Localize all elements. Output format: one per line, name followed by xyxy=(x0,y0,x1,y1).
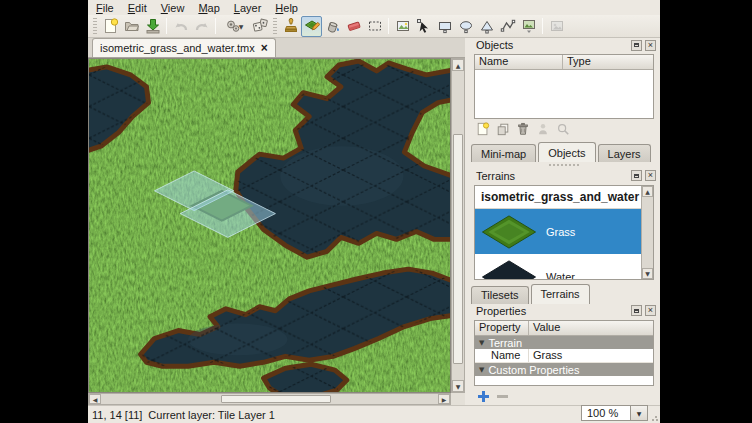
name-property-row[interactable]: Name Grass xyxy=(475,349,653,363)
tab-mini-map[interactable]: Mini-map xyxy=(471,144,536,162)
new-object-button[interactable] xyxy=(474,121,491,138)
toolbar-separator xyxy=(388,18,389,34)
float-dock-button[interactable] xyxy=(631,305,642,316)
insert-polyline-button[interactable] xyxy=(497,16,518,37)
image-tool-button[interactable] xyxy=(546,16,567,37)
insert-rectangle-button[interactable] xyxy=(434,16,455,37)
scroll-left-icon[interactable]: ◀ xyxy=(89,394,101,404)
map-canvas[interactable] xyxy=(88,58,451,393)
zoom-dropdown-button[interactable]: ▼ xyxy=(631,405,648,421)
collapse-icon[interactable]: ▼ xyxy=(479,366,484,374)
tab-terrains[interactable]: Terrains xyxy=(531,284,590,304)
stamp-icon xyxy=(283,18,299,34)
scroll-down-icon[interactable]: ▼ xyxy=(452,380,464,392)
float-dock-button[interactable] xyxy=(631,170,642,181)
close-dock-button[interactable]: × xyxy=(645,305,656,316)
tab-objects[interactable]: Objects xyxy=(538,142,595,162)
edit-polygons-button[interactable] xyxy=(413,16,434,37)
tileset-dock-tabs: Tilesets Terrains xyxy=(468,283,660,304)
toolbar-separator xyxy=(542,18,543,34)
select-objects-button[interactable] xyxy=(392,16,413,37)
terrain-item-water[interactable]: Water xyxy=(475,254,653,279)
duplicate-object-button[interactable] xyxy=(494,121,511,138)
objects-column-name[interactable]: Name xyxy=(475,55,563,69)
bucket-fill-button[interactable] xyxy=(322,16,343,37)
eraser-button[interactable] xyxy=(343,16,364,37)
scroll-up-icon[interactable]: ▲ xyxy=(452,59,464,71)
close-dock-button[interactable]: × xyxy=(645,40,656,51)
add-property-button[interactable] xyxy=(478,391,489,402)
float-icon xyxy=(634,174,639,178)
new-map-button[interactable] xyxy=(100,16,121,37)
stamp-brush-button[interactable] xyxy=(280,16,301,37)
person-icon xyxy=(536,122,550,136)
float-dock-button[interactable] xyxy=(631,40,642,51)
objects-dock-titlebar[interactable]: Objects × xyxy=(468,38,660,53)
zoom-value-field[interactable]: 100 % xyxy=(581,405,631,421)
insert-ellipse-button[interactable] xyxy=(455,16,476,37)
tab-layers[interactable]: Layers xyxy=(598,144,651,162)
property-column[interactable]: Property xyxy=(475,321,529,335)
inspect-object-button[interactable] xyxy=(554,121,571,138)
float-icon xyxy=(634,43,639,47)
menu-help[interactable]: Help xyxy=(275,2,298,14)
menu-file[interactable]: File xyxy=(96,2,114,14)
scroll-up-icon[interactable]: ▲ xyxy=(642,186,653,197)
save-icon xyxy=(145,18,161,34)
close-tab-icon[interactable]: × xyxy=(261,43,268,53)
redo-button[interactable] xyxy=(191,16,212,37)
collapse-icon[interactable]: ▼ xyxy=(479,339,484,347)
dice-icon xyxy=(252,18,268,34)
grass-terrain-thumbnail xyxy=(480,214,538,250)
custom-properties-group-row[interactable]: ▼ Custom Properties xyxy=(475,363,653,376)
new-file-icon xyxy=(103,18,119,34)
water-terrain-thumbnail xyxy=(480,259,538,280)
vertical-scrollbar[interactable]: ▲ ▼ xyxy=(451,58,465,393)
menu-view[interactable]: View xyxy=(161,2,185,14)
resize-grip[interactable] xyxy=(651,414,659,422)
toolbar-separator xyxy=(166,18,167,34)
rectangle-shape-icon xyxy=(437,18,453,34)
objects-column-type[interactable]: Type xyxy=(563,55,653,69)
save-button[interactable] xyxy=(142,16,163,37)
close-dock-button[interactable]: × xyxy=(645,170,656,181)
toolbar-drag-handle[interactable] xyxy=(93,18,97,34)
insert-polygon-button[interactable] xyxy=(476,16,497,37)
document-tab[interactable]: isometric_grass_and_water.tmx × xyxy=(92,38,276,57)
menu-map[interactable]: Map xyxy=(198,2,219,14)
horizontal-scrollbar[interactable]: ◀ ▶ xyxy=(88,393,451,405)
tab-tilesets[interactable]: Tilesets xyxy=(471,286,529,304)
properties-dock-titlebar[interactable]: Properties × xyxy=(468,304,660,319)
scroll-down-icon[interactable]: ▼ xyxy=(642,268,653,279)
scroll-right-icon[interactable]: ▶ xyxy=(438,394,450,404)
terrain-brush-button[interactable] xyxy=(301,16,322,37)
insert-tile-button[interactable] xyxy=(518,16,539,37)
move-object-button[interactable] xyxy=(534,121,551,138)
menu-edit[interactable]: Edit xyxy=(128,2,147,14)
remove-property-button[interactable] xyxy=(497,391,508,402)
objects-dock-title: Objects xyxy=(476,39,631,51)
dropdown-caret-icon: ▼ xyxy=(239,23,244,30)
rectangular-select-button[interactable] xyxy=(364,16,385,37)
objects-list[interactable]: Name Type xyxy=(474,54,654,119)
horizontal-scroll-thumb[interactable] xyxy=(221,395,331,403)
execute-commands-button[interactable]: ▼ xyxy=(219,16,249,37)
undo-button[interactable] xyxy=(170,16,191,37)
menu-layer[interactable]: Layer xyxy=(234,2,262,14)
delete-object-button[interactable] xyxy=(514,121,531,138)
image-placeholder-icon xyxy=(549,18,565,34)
toolbar-drag-handle[interactable] xyxy=(273,18,277,34)
random-mode-button[interactable] xyxy=(249,16,270,37)
properties-table[interactable]: Property Value ▼ Terrain Name Grass ▼ Cu… xyxy=(474,320,654,386)
value-column[interactable]: Value xyxy=(529,321,653,335)
terrains-dock-titlebar[interactable]: Terrains × xyxy=(468,168,660,183)
open-button[interactable] xyxy=(121,16,142,37)
terrain-item-label: Grass xyxy=(546,226,575,238)
terrain-item-grass[interactable]: Grass xyxy=(475,209,653,254)
terrains-scrollbar[interactable]: ▲ ▼ xyxy=(641,186,653,278)
vertical-scroll-thumb[interactable] xyxy=(453,134,463,364)
undo-icon xyxy=(173,18,189,34)
property-value[interactable]: Grass xyxy=(529,349,653,362)
terrains-list[interactable]: isometric_grass_and_water Grass Water ▲ … xyxy=(474,185,654,279)
terrain-group-row[interactable]: ▼ Terrain xyxy=(475,336,653,349)
